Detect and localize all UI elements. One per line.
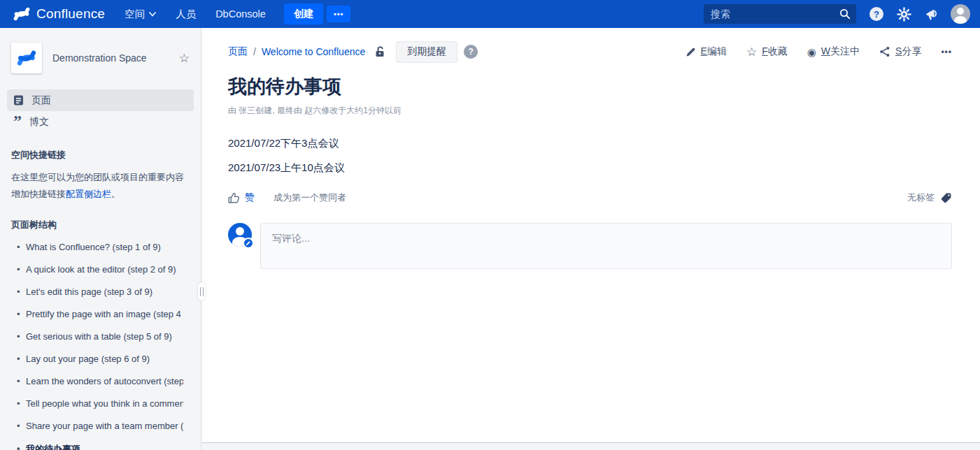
tag-icon: [940, 192, 952, 204]
comment-input[interactable]: 写评论...: [260, 223, 952, 269]
search-input[interactable]: [711, 8, 839, 20]
like-button[interactable]: 赞: [245, 191, 255, 204]
create-button[interactable]: 创建: [284, 3, 323, 24]
avatar-edit-badge-icon: [243, 238, 254, 249]
sidebar-nav: 页面 ” 博文: [7, 89, 194, 133]
main-panel: 页面 / Welcome to Confluence 到期提醒 ?: [202, 28, 980, 443]
feedback-button[interactable]: [925, 7, 939, 21]
reminder-help-icon[interactable]: ?: [464, 45, 478, 59]
shortcuts-suffix: 。: [111, 189, 120, 199]
page-tree-item[interactable]: Tell people what you think in a comment …: [17, 398, 183, 409]
watching-button[interactable]: ◉ W关注中: [807, 45, 860, 58]
page-tree-item-current[interactable]: 我的待办事项: [17, 443, 183, 450]
space-sidebar: Demonstration Space ☆ 页面 ” 博文 空间快捷链接 在这里…: [0, 28, 201, 450]
page-tree: What is Confluence? (step 1 of 9) A quic…: [0, 242, 201, 450]
watch-access-key: W: [821, 45, 830, 57]
help-menu-button[interactable]: ?: [869, 7, 883, 21]
byline: 由 张三创建, 最终由 赵六修改于大约1分钟以前: [228, 105, 952, 117]
breadcrumb-separator: /: [253, 46, 256, 57]
comment-avatar: [228, 223, 252, 247]
confluence-home-link[interactable]: Confluence: [13, 5, 105, 23]
space-shortcuts-heading: 空间快捷链接: [11, 149, 190, 161]
page-tree-item[interactable]: What is Confluence? (step 1 of 9): [17, 242, 183, 252]
top-navbar: Confluence 空间 人员 DbConsole 创建 ••• ?: [0, 0, 980, 28]
blog-quote-icon: ”: [13, 117, 22, 126]
star-icon: ☆: [746, 46, 757, 58]
page-tree-item[interactable]: Learn the wonders of autoconvert (step 7…: [17, 376, 183, 386]
navbar-more-button[interactable]: •••: [327, 6, 351, 22]
avatar-bust-shape: [954, 16, 967, 24]
breadcrumb-pages-link[interactable]: 页面: [228, 45, 248, 58]
page-tree-item[interactable]: Get serious with a table (step 5 of 9): [17, 331, 183, 342]
due-reminder-button[interactable]: 到期提醒: [396, 41, 457, 63]
share-access-key: S: [895, 45, 902, 57]
space-shortcuts-text: 在这里您可以为您的团队或项目的重要内容增加快捷链接配置侧边栏。: [11, 169, 190, 203]
page-tree-heading: 页面树结构: [11, 219, 190, 231]
share-button[interactable]: S分享: [879, 45, 921, 58]
sidebar-item-blog[interactable]: ” 博文: [7, 111, 194, 133]
watching-eye-icon: ◉: [807, 47, 816, 57]
avatar-head-shape: [236, 227, 244, 235]
page-title: 我的待办事项: [228, 74, 952, 99]
body-paragraph: 2021/07/22下午3点会议: [228, 137, 952, 150]
chevron-down-icon: [149, 12, 156, 17]
page-header-row: 页面 / Welcome to Confluence 到期提醒 ?: [228, 40, 952, 64]
edit-access-key: E: [701, 45, 707, 57]
sidebar-item-label: 页面: [31, 94, 51, 107]
sidebar-item-label: 博文: [29, 116, 49, 129]
search-box[interactable]: [704, 4, 856, 24]
space-logo-icon: [16, 48, 37, 68]
edit-label: 编辑: [707, 45, 727, 57]
favorite-access-key: F: [762, 45, 768, 57]
product-name: Confluence: [36, 6, 105, 22]
unrestricted-button[interactable]: [374, 45, 386, 58]
page-tree-item[interactable]: Prettify the page with an image (step 4 …: [17, 309, 183, 319]
search-icon: [839, 8, 851, 20]
user-avatar[interactable]: [951, 4, 970, 24]
share-label: 分享: [902, 45, 921, 57]
thumbs-up-icon[interactable]: [228, 192, 240, 204]
page-tree-item[interactable]: Lay out your page (step 6 of 9): [17, 354, 183, 364]
page-more-button[interactable]: •••: [941, 47, 952, 57]
breadcrumb-parent-link[interactable]: Welcome to Confluence: [262, 46, 365, 57]
like-labels-row: 赞 成为第一个赞同者 无标签: [228, 191, 952, 204]
settings-button[interactable]: [897, 7, 911, 22]
nav-dbconsole-link[interactable]: DbConsole: [215, 8, 266, 20]
labels-section[interactable]: 无标签: [907, 191, 952, 204]
breadcrumb: 页面 / Welcome to Confluence 到期提醒 ?: [228, 41, 478, 63]
sidebar-resize-handle[interactable]: [198, 282, 206, 300]
page-tree-item[interactable]: Share your page with a team member (step…: [17, 421, 183, 431]
comment-section: 写评论...: [228, 223, 952, 269]
favorite-space-star-icon[interactable]: ☆: [179, 51, 190, 66]
favorite-button[interactable]: ☆ F收藏: [746, 45, 788, 58]
edit-button[interactable]: E编辑: [686, 45, 727, 58]
body-paragraph: 2021/07/23上午10点会议: [228, 161, 952, 175]
page-tree-item[interactable]: A quick look at the editor (step 2 of 9): [17, 264, 183, 275]
page-tree-item[interactable]: Let's edit this page (step 3 of 9): [17, 286, 183, 297]
like-hint-text: 成为第一个赞同者: [274, 191, 346, 204]
space-logo[interactable]: [11, 43, 42, 73]
nav-people-link[interactable]: 人员: [176, 8, 196, 21]
no-labels-text: 无标签: [907, 191, 935, 204]
page-actions: E编辑 ☆ F收藏 ◉ W关注中: [686, 45, 952, 58]
space-name-link[interactable]: Demonstration Space: [52, 52, 179, 64]
avatar-head-shape: [957, 8, 964, 15]
space-header: Demonstration Space ☆: [0, 28, 201, 84]
unlock-icon: [374, 45, 386, 58]
gear-icon: [897, 7, 911, 22]
confluence-logo-icon: [13, 5, 31, 23]
favorite-label: 收藏: [768, 45, 788, 57]
help-icon: ?: [869, 7, 883, 21]
confluence-app: Confluence 空间 人员 DbConsole 创建 ••• ?: [0, 0, 980, 450]
page-doc-icon: [13, 95, 24, 106]
watch-label: 关注中: [830, 45, 860, 57]
megaphone-icon: [925, 7, 939, 21]
sidebar-item-pages[interactable]: 页面: [7, 89, 194, 111]
nav-spaces-menu[interactable]: 空间: [125, 8, 156, 21]
page-body: 2021/07/22下午3点会议 2021/07/23上午10点会议: [228, 137, 952, 175]
configure-sidebar-link[interactable]: 配置侧边栏: [66, 189, 111, 199]
pencil-icon: [686, 47, 696, 57]
share-icon: [879, 46, 890, 57]
